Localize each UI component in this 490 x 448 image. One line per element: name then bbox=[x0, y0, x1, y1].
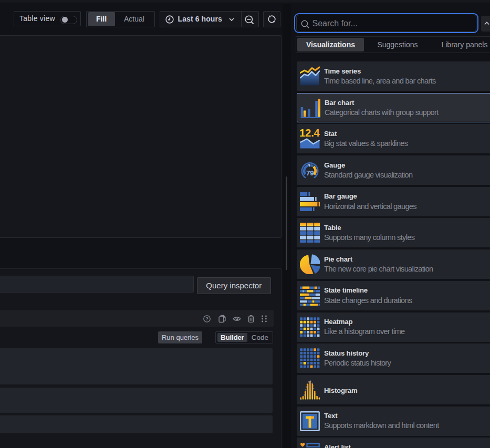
svg-text:?: ? bbox=[205, 316, 208, 321]
svg-text:79: 79 bbox=[306, 169, 314, 177]
svg-text:12.4: 12.4 bbox=[300, 129, 320, 139]
